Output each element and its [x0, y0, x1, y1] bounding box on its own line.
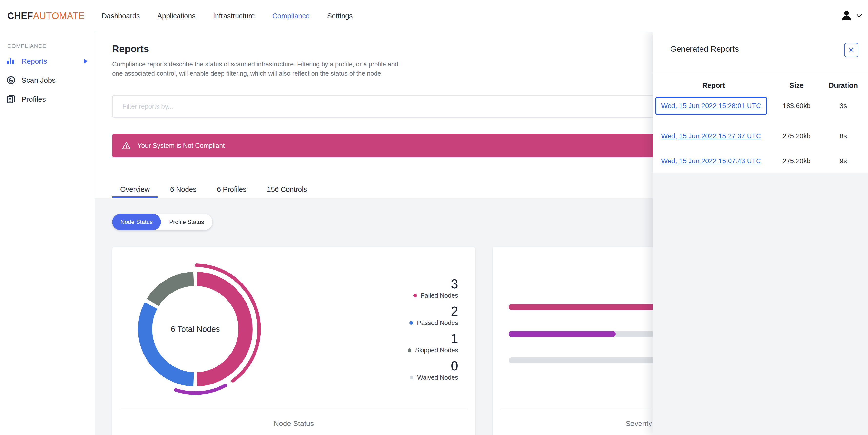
report-link[interactable]: Wed, 15 Jun 2022 15:07:43 UTC [661, 157, 761, 165]
tab-overview[interactable]: Overview [113, 180, 157, 198]
chef-automate-logo[interactable]: CHEFAUTOMATE [7, 11, 85, 21]
column-size: Size [775, 82, 818, 90]
app-root: CHEFAUTOMATE Dashboards Applications Inf… [0, 0, 868, 435]
nav-item-dashboards[interactable]: Dashboards [102, 12, 140, 20]
column-report: Report [653, 82, 775, 90]
user-menu[interactable] [840, 9, 862, 22]
nav-item-settings[interactable]: Settings [327, 12, 353, 20]
legend-waived-nodes: 0 Waived Nodes [410, 359, 458, 381]
focused-report-link-box: Wed, 15 Jun 2022 15:28:01 UTC [655, 97, 767, 115]
compliance-sidebar: COMPLIANCE Reports Scan Jobs Profiles [0, 32, 95, 435]
logo-automate: AUTOMATE [33, 11, 85, 21]
sidebar-item-label: Profiles [22, 95, 46, 104]
user-avatar-icon [840, 9, 853, 22]
skipped-label: Skipped Nodes [415, 346, 458, 354]
drawer-title: Generated Reports [670, 45, 739, 54]
node-status-card: 6 Total Nodes 3 Failed Nodes 2 Passed No… [112, 247, 475, 435]
sidebar-expand-arrow-icon[interactable] [84, 59, 88, 64]
report-size: 275.20kb [775, 132, 818, 140]
page-description-line2: one associated control, will enable deep… [112, 69, 398, 78]
skipped-dot-icon [408, 348, 411, 352]
page-description-line1: Compliance reports describe the status o… [112, 60, 398, 69]
report-duration: 3s [818, 102, 868, 110]
column-duration: Duration [818, 82, 868, 90]
tab-profiles[interactable]: 6 Profiles [209, 180, 254, 198]
tab-controls[interactable]: 156 Controls [259, 180, 315, 198]
report-size: 183.60kb [775, 102, 818, 110]
nav-item-infrastructure[interactable]: Infrastructure [213, 12, 255, 20]
nav-item-applications[interactable]: Applications [157, 12, 195, 20]
logo-chef: CHEF [7, 11, 33, 21]
tab-nodes[interactable]: 6 Nodes [162, 180, 204, 198]
sidebar-item-label: Scan Jobs [22, 76, 56, 84]
sidebar-item-profiles[interactable]: Profiles [0, 90, 95, 109]
waived-dot-icon [410, 376, 413, 379]
page-description: Compliance reports describe the status o… [112, 60, 398, 78]
radar-icon [6, 76, 16, 85]
node-status-donut-chart: 6 Total Nodes [126, 260, 265, 399]
top-navigation: CHEFAUTOMATE Dashboards Applications Inf… [0, 0, 868, 32]
documents-icon [6, 95, 16, 104]
report-link[interactable]: Wed, 15 Jun 2022 15:28:01 UTC [661, 102, 761, 110]
report-row: Wed, 15 Jun 2022 15:07:43 UTC 275.20kb 9… [653, 151, 868, 171]
nav-items: Dashboards Applications Infrastructure C… [102, 12, 353, 20]
report-tabs: Overview 6 Nodes 6 Profiles 156 Controls [113, 180, 320, 198]
report-duration: 8s [818, 132, 868, 140]
node-status-toggle[interactable]: Node Status [112, 214, 161, 230]
failed-dot-icon [413, 294, 417, 297]
passed-label: Passed Nodes [417, 319, 458, 327]
status-toggle: Node Status Profile Status [112, 214, 212, 230]
reports-table-header: Report Size Duration [653, 80, 868, 91]
close-drawer-button[interactable]: ✕ [844, 43, 858, 57]
waived-label: Waived Nodes [417, 374, 458, 381]
legend-failed-nodes: 3 Failed Nodes [413, 277, 458, 299]
sidebar-item-label: Reports [22, 57, 47, 65]
sidebar-item-scan-jobs[interactable]: Scan Jobs [0, 71, 95, 90]
nav-item-compliance[interactable]: Compliance [272, 12, 310, 20]
failed-count: 3 [413, 277, 458, 290]
bar-chart-icon [6, 57, 16, 65]
sidebar-section-label: COMPLIANCE [7, 43, 95, 49]
chevron-down-icon [856, 14, 862, 18]
report-duration: 9s [818, 157, 868, 165]
legend-skipped-nodes: 1 Skipped Nodes [408, 332, 458, 354]
report-size: 275.20kb [775, 157, 818, 165]
generated-reports-drawer: Generated Reports ✕ Report Size Duration… [653, 32, 868, 435]
report-row: Wed, 15 Jun 2022 15:28:01 UTC 183.60kb 3… [653, 96, 868, 116]
page-title: Reports [112, 44, 149, 54]
legend-passed-nodes: 2 Passed Nodes [409, 304, 458, 327]
waived-count: 0 [410, 359, 458, 372]
skipped-count: 1 [408, 332, 458, 345]
report-row: Wed, 15 Jun 2022 15:27:37 UTC 275.20kb 8… [653, 126, 868, 146]
banner-text: Your System is Not Compliant [137, 142, 225, 150]
sidebar-item-reports[interactable]: Reports [0, 52, 95, 71]
warning-triangle-icon [122, 142, 131, 150]
report-link[interactable]: Wed, 15 Jun 2022 15:27:37 UTC [661, 132, 761, 140]
failed-label: Failed Nodes [421, 292, 458, 299]
donut-center-label: 6 Total Nodes [149, 283, 242, 375]
drawer-divider [653, 73, 868, 74]
node-status-caption: Node Status [113, 419, 475, 428]
profile-status-toggle[interactable]: Profile Status [161, 214, 212, 230]
passed-count: 2 [409, 304, 458, 318]
passed-dot-icon [409, 321, 413, 325]
